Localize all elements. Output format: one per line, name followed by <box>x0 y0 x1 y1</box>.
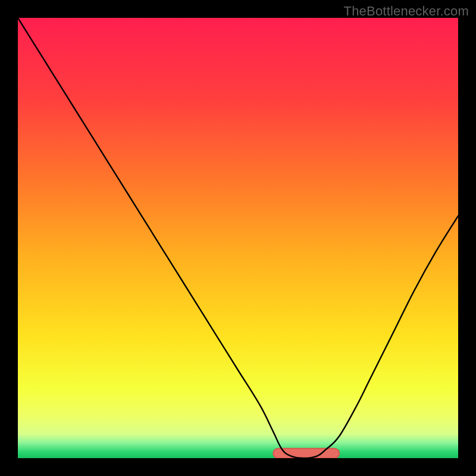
chart-frame: TheBottlenecker.com <box>0 0 476 476</box>
watermark-text: TheBottlenecker.com <box>344 4 469 19</box>
curve-layer <box>18 18 458 458</box>
bottleneck-curve <box>18 18 458 458</box>
plot-area <box>18 18 458 458</box>
